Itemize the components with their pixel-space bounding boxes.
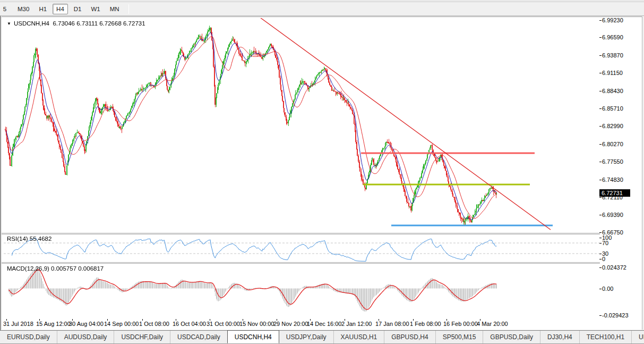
macd-panel[interactable] (4, 264, 599, 318)
date-axis-label: 14 Dec 16:00 (307, 321, 341, 327)
macd-chart-canvas[interactable] (4, 264, 599, 318)
chart-tab-tech100-h1[interactable]: TECH100,H1 (579, 331, 631, 343)
rsi-axis-label: 70 (602, 240, 608, 246)
timeframe-button-h4[interactable]: H4 (53, 4, 68, 14)
macd-indicator-label: MACD(12,26,9) 0.005757 0.006817 (7, 265, 104, 272)
timeframe-button-mn[interactable]: MN (106, 4, 123, 14)
date-axis-tick (6, 319, 7, 321)
price-axis-tick (599, 108, 602, 109)
chart-tab-gbpusd-daily[interactable]: GBPUSD,Daily (483, 331, 540, 343)
panel-splitter-macd[interactable] (2, 262, 642, 264)
price-axis-tick (599, 91, 602, 91)
price-axis-tick (599, 215, 602, 215)
price-axis-label: 6.85710 (602, 105, 623, 112)
date-axis-tick (310, 319, 311, 321)
rsi-axis-tick (599, 238, 602, 238)
timeframe-toolbar: 5M30H1H4D1W1MN (0, 3, 644, 16)
macd-axis-label: 0.024372 (602, 264, 626, 271)
date-axis-tick (72, 319, 73, 321)
date-axis-label: 30 Aug 04:00 (69, 321, 104, 327)
date-axis-label: 31 Oct 00:00 (207, 321, 240, 327)
chart-dropdown-icon[interactable]: ▼ (7, 21, 11, 26)
date-axis-tick (210, 319, 210, 321)
timeframe-button-h1[interactable]: H1 (35, 4, 50, 14)
chart-tab-usdcad-daily[interactable]: USDCAD,Daily (170, 331, 227, 343)
date-axis-tick (446, 319, 447, 321)
price-axis-tick (599, 20, 602, 21)
date-axis-label: 31 Jul 2018 (3, 321, 33, 327)
date-axis-label: 17 Jan 08:00 (375, 321, 409, 327)
price-axis-label: 6.72110 (602, 194, 623, 200)
panel-splitter-rsi[interactable] (2, 233, 642, 234)
rsi-panel[interactable] (4, 235, 599, 262)
price-axis-tick (599, 162, 602, 162)
chart-tab-usdcnh-h4[interactable]: USDCNH,H4 (227, 330, 279, 343)
date-axis-label: 16 Feb 00:00 (443, 321, 478, 327)
macd-axis-tick (599, 315, 602, 316)
date-axis-tick (176, 319, 176, 321)
toolbar-separator (128, 4, 129, 14)
chart-tab-ukc[interactable]: UKC (631, 331, 644, 343)
macd-axis-label: 0.00 (602, 286, 613, 292)
timeframe-button-5[interactable]: 5 (0, 4, 12, 14)
price-axis-label: 6.74830 (602, 177, 623, 183)
rsi-indicator-label: RSI(14) 55.4682 (7, 236, 51, 242)
date-axis-tick (243, 319, 243, 321)
rsi-axis-label: 0 (602, 256, 605, 262)
main-chart-panel[interactable] (4, 18, 599, 232)
chart-ohlc-values: 6.73046 6.73111 6.72668 6.72731 (53, 20, 145, 27)
chart-tab-xauusd-h1[interactable]: XAUUSD,H1 (333, 331, 384, 343)
window-left-edge (0, 16, 1, 344)
price-axis-tick (599, 126, 602, 127)
chart-symbol-label: USDCNH,H4 (14, 20, 49, 27)
chart-tab-dj30-h4[interactable]: DJ30,H4 (540, 331, 579, 343)
chart-tab-gbpusd-h4[interactable]: GBPUSD,H4 (384, 331, 435, 343)
price-axis-label: 6.69390 (602, 212, 623, 218)
price-axis-label: 6.88430 (602, 88, 623, 94)
candlestick-chart-canvas[interactable] (4, 18, 599, 232)
chart-tab-audusd-daily[interactable]: AUDUSD,Daily (57, 331, 114, 343)
date-axis-label: 15 Aug 12:00 (36, 321, 71, 327)
price-axis-tick (599, 144, 602, 145)
timeframe-button-w1[interactable]: W1 (87, 4, 104, 14)
date-axis-tick (277, 319, 277, 321)
symbol-tab-bar: EURUSD,DailyAUDUSD,DailyUSDCHF,DailyUSDC… (0, 330, 644, 344)
date-axis-tick (480, 319, 480, 321)
rsi-chart-canvas[interactable] (4, 235, 599, 262)
chart-tab-usdchf-daily[interactable]: USDCHF,Daily (114, 331, 170, 343)
price-axis-tick (599, 197, 602, 198)
timeframe-button-d1[interactable]: D1 (70, 4, 85, 14)
price-axis-label: 6.93870 (602, 52, 623, 58)
chart-tab-sp500-m15[interactable]: SP500,M15 (435, 331, 483, 343)
date-axis-label: 1 Feb 08:00 (410, 321, 441, 327)
timeframe-button-m30[interactable]: M30 (14, 4, 33, 14)
price-axis-tick (599, 73, 602, 73)
rsi-axis-tick (599, 243, 602, 244)
price-axis-tick (599, 180, 602, 180)
chart-tab-eurusd-daily[interactable]: EURUSD,Daily (0, 331, 57, 343)
macd-axis-label: -0.029423 (602, 312, 629, 318)
date-axis-label: 15 Nov 00:00 (239, 321, 274, 327)
date-axis-label: 16 Oct 04:00 (173, 321, 206, 327)
price-axis-tick (599, 37, 602, 38)
top-toolbar-sliver (0, 0, 644, 2)
rsi-axis-tick (599, 259, 602, 259)
date-axis-label: 1 Oct 08:00 (139, 321, 169, 327)
chart-title: ▼USDCNH,H4 6.73046 6.73111 6.72668 6.727… (7, 20, 145, 27)
price-axis-label: 6.80270 (602, 141, 623, 147)
date-axis-tick (379, 319, 379, 321)
macd-axis-tick (599, 267, 602, 268)
price-axis[interactable] (600, 18, 642, 319)
date-axis-tick (142, 319, 143, 321)
price-axis-tick (599, 232, 602, 233)
chart-tab-usdjpy-daily[interactable]: USDJPY,Daily (279, 331, 333, 343)
date-axis-tick (413, 319, 414, 321)
price-axis-label: 6.77550 (602, 158, 623, 165)
date-axis-label: 29 Nov 20:00 (273, 321, 308, 327)
rsi-axis-tick (599, 254, 602, 254)
price-axis-label: 6.96590 (602, 34, 623, 40)
price-axis-label: 6.91150 (602, 70, 623, 76)
date-axis-tick (39, 319, 40, 321)
price-axis-label: 6.99230 (602, 17, 623, 23)
date-axis-label: 2 Jan 12:00 (341, 321, 372, 327)
